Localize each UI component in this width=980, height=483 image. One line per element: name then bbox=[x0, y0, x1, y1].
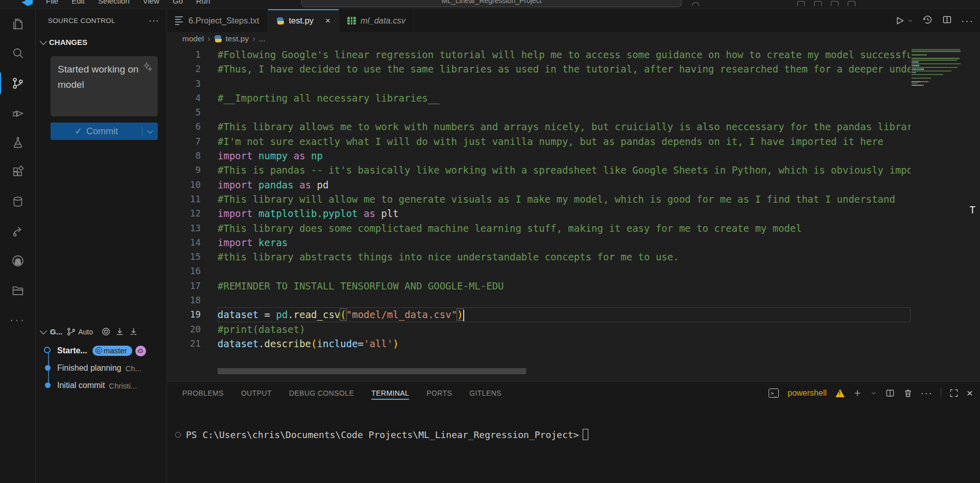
code-line[interactable]: 16 bbox=[167, 264, 911, 278]
code-line[interactable]: 18 bbox=[167, 293, 911, 307]
graph-section-header[interactable]: G... Auto bbox=[41, 327, 166, 336]
cloud-icon[interactable] bbox=[135, 346, 146, 356]
toggle-panel-icon[interactable] bbox=[814, 1, 822, 6]
commit-author: Christi... bbox=[109, 381, 137, 390]
graph-auto-label[interactable]: Auto bbox=[78, 328, 93, 336]
code-line[interactable]: 3 bbox=[167, 77, 911, 91]
code-line[interactable]: 5 bbox=[167, 105, 911, 119]
target-icon[interactable] bbox=[101, 327, 111, 336]
more-actions-icon[interactable]: ··· bbox=[961, 15, 974, 27]
line-content: #I'm not sure exactly what I will do wit… bbox=[218, 134, 911, 149]
tab-ml-data-csv[interactable]: ml_data.csv bbox=[339, 9, 414, 32]
terminal-cursor bbox=[583, 429, 588, 440]
split-terminal-icon[interactable] bbox=[885, 388, 895, 398]
changes-label: CHANGES bbox=[49, 38, 87, 46]
timeline-history-icon[interactable] bbox=[922, 14, 933, 27]
pull-icon[interactable] bbox=[115, 327, 125, 336]
kill-terminal-trash-icon[interactable] bbox=[903, 388, 913, 398]
customize-layout-icon[interactable] bbox=[848, 1, 855, 6]
maximize-panel-icon[interactable] bbox=[949, 388, 959, 398]
share-icon[interactable] bbox=[0, 216, 35, 246]
command-decoration-icon[interactable] bbox=[175, 432, 181, 438]
code-line[interactable]: 10import pandas as pd bbox=[167, 178, 911, 192]
commit-row[interactable]: Finished planning Ch... bbox=[36, 359, 166, 377]
code-line[interactable]: 20#print(dataset) bbox=[167, 322, 911, 336]
code-line[interactable]: 15#this library abstracts things into ni… bbox=[167, 250, 911, 264]
code-line[interactable]: 11#This library will allow me to generat… bbox=[167, 192, 911, 206]
source-control-icon[interactable] bbox=[0, 68, 35, 98]
horizontal-scrollbar[interactable] bbox=[218, 368, 526, 374]
fetch-icon[interactable] bbox=[129, 327, 138, 336]
close-icon[interactable]: × bbox=[325, 16, 330, 26]
code-lines[interactable]: 1#Following Google's linear regression t… bbox=[167, 47, 911, 351]
tab-ports[interactable]: PORTS bbox=[426, 382, 452, 404]
code-line[interactable]: 2#Thus, I have decided to use the same l… bbox=[167, 62, 911, 76]
code-editor[interactable]: 1#Following Google's linear regression t… bbox=[167, 45, 980, 381]
code-line[interactable]: 21dataset.describe(include='all') bbox=[167, 336, 911, 351]
menu-view[interactable]: View bbox=[143, 0, 159, 5]
code-line[interactable]: 6#This library allows me to work with nu… bbox=[167, 119, 911, 134]
project-manager-icon[interactable] bbox=[0, 276, 35, 305]
code-line[interactable]: 14import keras bbox=[167, 235, 911, 250]
changes-section-header[interactable]: CHANGES bbox=[41, 38, 87, 46]
run-python-file-button[interactable] bbox=[894, 15, 914, 26]
commit-row[interactable]: Starte... master bbox=[36, 342, 166, 359]
code-line[interactable]: 4#__Importing all necessary libraries__ bbox=[167, 91, 911, 105]
code-line[interactable]: 17#REMINDER TO INSTALL TENSORFLOW AND GO… bbox=[167, 279, 911, 293]
extensions-icon[interactable] bbox=[0, 157, 35, 187]
code-line[interactable]: 8import numpy as np bbox=[167, 149, 911, 163]
menu-go[interactable]: Go bbox=[173, 0, 183, 5]
breadcrumb-folder[interactable]: model bbox=[182, 34, 204, 43]
panel-more-actions-icon[interactable]: ··· bbox=[921, 388, 933, 399]
sidebar-source-control: SOURCE CONTROL ··· CHANGES Started worki… bbox=[36, 9, 167, 483]
line-number: 2 bbox=[167, 62, 201, 76]
breadcrumb-symbol[interactable]: ... bbox=[259, 34, 266, 43]
menu-selection[interactable]: Selection bbox=[98, 0, 130, 5]
tab-project-steps[interactable]: 6.Project_Steps.txt bbox=[167, 9, 268, 32]
code-line[interactable]: 1#Following Google's linear regression t… bbox=[167, 47, 911, 62]
code-line[interactable]: 9#This is pandas -- it's basically like … bbox=[167, 163, 911, 177]
commit-button[interactable]: ✓ Commit bbox=[51, 123, 158, 140]
database-icon[interactable] bbox=[0, 187, 35, 216]
tab-gitlens[interactable]: GITLENS bbox=[469, 382, 501, 404]
line-number: 1 bbox=[167, 47, 201, 62]
code-line[interactable]: 7#I'm not sure exactly what I will do wi… bbox=[167, 134, 911, 149]
shell-label[interactable]: powershell bbox=[787, 389, 826, 398]
breadcrumb-file[interactable]: test.py bbox=[226, 34, 249, 43]
minimap[interactable] bbox=[912, 49, 962, 86]
github-icon[interactable] bbox=[0, 246, 35, 276]
commit-message-input[interactable]: Started working on model bbox=[51, 56, 158, 116]
warning-icon[interactable] bbox=[835, 389, 845, 397]
tab-test-py[interactable]: test.py × bbox=[268, 9, 340, 32]
close-panel-icon[interactable]: × bbox=[967, 387, 973, 399]
chevron-down-icon bbox=[40, 37, 47, 44]
split-editor-icon[interactable] bbox=[942, 14, 952, 27]
new-terminal-button[interactable] bbox=[852, 388, 863, 398]
terminal-dropdown-icon[interactable] bbox=[870, 390, 877, 397]
commit-dropdown-button[interactable] bbox=[142, 130, 158, 133]
tab-problems[interactable]: PROBLEMS bbox=[182, 382, 224, 404]
toggle-secondary-sidebar-icon[interactable] bbox=[831, 1, 839, 6]
explorer-icon[interactable] bbox=[0, 9, 35, 39]
search-icon[interactable] bbox=[0, 39, 35, 68]
code-line[interactable]: 12import matplotlib.pyplot as plt bbox=[167, 206, 911, 221]
more-items-icon[interactable]: ··· bbox=[0, 305, 35, 335]
testing-icon[interactable] bbox=[0, 128, 35, 157]
menu-edit[interactable]: Edit bbox=[71, 0, 85, 5]
menu-file[interactable]: File bbox=[46, 0, 58, 5]
copilot-icon[interactable] bbox=[692, 2, 699, 6]
branch-badge[interactable]: master bbox=[92, 346, 132, 356]
commit-row[interactable]: Initial commit Christi... bbox=[36, 377, 166, 394]
sidebar-more-actions-icon[interactable]: ··· bbox=[149, 15, 159, 26]
terminal-content[interactable]: PS C:\Users\chris\Documents\Code Project… bbox=[175, 429, 588, 440]
generate-commit-message-icon[interactable] bbox=[142, 61, 153, 71]
command-center[interactable]: ML_Linear_Regression_Project bbox=[301, 0, 682, 7]
tab-debug-console[interactable]: DEBUG CONSOLE bbox=[289, 382, 354, 404]
code-line[interactable]: 19dataset = pd.read_csv("model/ml_data.c… bbox=[167, 307, 911, 322]
tab-terminal[interactable]: TERMINAL bbox=[371, 382, 409, 404]
code-line[interactable]: 13#This library does some complictaed ma… bbox=[167, 221, 911, 235]
menu-run[interactable]: Run bbox=[196, 0, 210, 5]
tab-output[interactable]: OUTPUT bbox=[241, 382, 272, 404]
run-and-debug-icon[interactable] bbox=[0, 98, 35, 128]
toggle-sidebar-icon[interactable] bbox=[797, 1, 805, 6]
